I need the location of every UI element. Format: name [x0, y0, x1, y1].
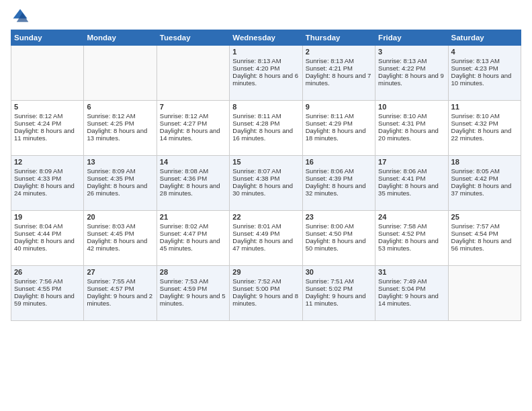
- cell-content-line: Daylight: 9 hours and 11 minutes.: [306, 292, 372, 307]
- cell-content-line: Sunset: 5:00 PM: [232, 285, 299, 292]
- calendar-cell: 23Sunrise: 8:00 AMSunset: 4:50 PMDayligh…: [302, 211, 375, 266]
- cell-content-line: Daylight: 8 hours and 30 minutes.: [232, 182, 299, 197]
- cell-content-line: Sunrise: 7:56 AM: [14, 277, 81, 285]
- cell-content-line: Sunrise: 8:12 AM: [160, 112, 226, 120]
- cell-content-line: Sunset: 4:27 PM: [160, 120, 226, 127]
- day-number: 21: [160, 213, 226, 221]
- cell-content-line: Sunset: 4:49 PM: [232, 230, 299, 237]
- cell-content-line: Sunrise: 8:10 AM: [378, 112, 445, 120]
- cell-content-line: Sunrise: 8:08 AM: [160, 167, 226, 175]
- cell-content-line: Sunrise: 8:13 AM: [232, 57, 299, 64]
- cell-content-line: Sunrise: 7:51 AM: [306, 277, 372, 285]
- calendar-cell: [11, 46, 84, 101]
- cell-content-line: Sunrise: 8:00 AM: [306, 222, 372, 230]
- calendar-cell: 31Sunrise: 7:49 AMSunset: 5:04 PMDayligh…: [375, 266, 448, 321]
- day-number: 4: [451, 48, 518, 56]
- cell-content-line: Sunset: 4:54 PM: [451, 230, 518, 237]
- cell-content-line: Daylight: 9 hours and 8 minutes.: [232, 292, 299, 307]
- calendar-cell: 25Sunrise: 7:57 AMSunset: 4:54 PMDayligh…: [448, 211, 521, 266]
- calendar-cell: 16Sunrise: 8:06 AMSunset: 4:39 PMDayligh…: [302, 156, 375, 211]
- day-header-wednesday: Wednesday: [230, 30, 302, 46]
- day-number: 30: [306, 268, 372, 276]
- day-number: 13: [87, 158, 153, 166]
- calendar-cell: 8Sunrise: 8:11 AMSunset: 4:28 PMDaylight…: [230, 101, 302, 156]
- cell-content-line: Daylight: 8 hours and 40 minutes.: [14, 237, 81, 252]
- calendar-cell: [84, 46, 157, 101]
- calendar-cell: 26Sunrise: 7:56 AMSunset: 4:55 PMDayligh…: [11, 266, 84, 321]
- cell-content-line: Sunset: 4:41 PM: [378, 175, 445, 182]
- day-header-monday: Monday: [84, 30, 157, 46]
- cell-content-line: Sunset: 4:32 PM: [451, 120, 518, 127]
- week-row-2: 5Sunrise: 8:12 AMSunset: 4:24 PMDaylight…: [11, 101, 521, 156]
- cell-content-line: Sunrise: 8:11 AM: [306, 112, 372, 120]
- cell-content-line: Daylight: 8 hours and 28 minutes.: [160, 182, 226, 197]
- cell-content-line: Sunset: 4:50 PM: [306, 230, 372, 237]
- cell-content-line: Sunset: 4:52 PM: [378, 230, 445, 237]
- cell-content-line: Sunrise: 8:05 AM: [451, 167, 518, 175]
- day-number: 14: [160, 158, 226, 166]
- cell-content-line: Daylight: 8 hours and 24 minutes.: [14, 182, 81, 197]
- day-number: 10: [378, 103, 445, 111]
- cell-content-line: Daylight: 8 hours and 13 minutes.: [87, 127, 153, 142]
- calendar-cell: 15Sunrise: 8:07 AMSunset: 4:38 PMDayligh…: [230, 156, 302, 211]
- day-number: 24: [378, 213, 445, 221]
- header-row: SundayMondayTuesdayWednesdayThursdayFrid…: [11, 30, 521, 46]
- calendar-cell: 24Sunrise: 7:58 AMSunset: 4:52 PMDayligh…: [375, 211, 448, 266]
- calendar-cell: 22Sunrise: 8:01 AMSunset: 4:49 PMDayligh…: [230, 211, 302, 266]
- cell-content-line: Sunset: 4:55 PM: [14, 285, 81, 292]
- cell-content-line: Daylight: 8 hours and 10 minutes.: [451, 72, 518, 87]
- cell-content-line: Sunrise: 8:13 AM: [378, 57, 445, 64]
- cell-content-line: Daylight: 8 hours and 45 minutes.: [160, 237, 226, 252]
- day-number: 6: [87, 103, 153, 111]
- cell-content-line: Sunrise: 8:11 AM: [232, 112, 299, 120]
- calendar-cell: 12Sunrise: 8:09 AMSunset: 4:33 PMDayligh…: [11, 156, 84, 211]
- cell-content-line: Sunset: 4:36 PM: [160, 175, 226, 182]
- calendar-cell: 1Sunrise: 8:13 AMSunset: 4:20 PMDaylight…: [230, 46, 302, 101]
- calendar-cell: 13Sunrise: 8:09 AMSunset: 4:35 PMDayligh…: [84, 156, 157, 211]
- day-number: 28: [160, 268, 226, 276]
- cell-content-line: Sunrise: 8:12 AM: [87, 112, 153, 120]
- day-header-thursday: Thursday: [302, 30, 375, 46]
- day-number: 22: [232, 213, 299, 221]
- day-header-saturday: Saturday: [448, 30, 521, 46]
- cell-content-line: Sunset: 4:45 PM: [87, 230, 153, 237]
- day-number: 8: [232, 103, 299, 111]
- calendar-cell: 17Sunrise: 8:06 AMSunset: 4:41 PMDayligh…: [375, 156, 448, 211]
- cell-content-line: Sunrise: 8:04 AM: [14, 222, 81, 230]
- cell-content-line: Sunrise: 7:58 AM: [378, 222, 445, 230]
- calendar-cell: [157, 46, 229, 101]
- day-number: 19: [14, 213, 81, 221]
- day-number: 3: [378, 48, 445, 56]
- cell-content-line: Sunset: 4:33 PM: [14, 175, 81, 182]
- cell-content-line: Sunrise: 7:55 AM: [87, 277, 153, 285]
- calendar-cell: 10Sunrise: 8:10 AMSunset: 4:31 PMDayligh…: [375, 101, 448, 156]
- cell-content-line: Sunrise: 8:03 AM: [87, 222, 153, 230]
- cell-content-line: Daylight: 8 hours and 35 minutes.: [378, 182, 445, 197]
- cell-content-line: Sunset: 4:44 PM: [14, 230, 81, 237]
- day-number: 27: [87, 268, 153, 276]
- day-number: 12: [14, 158, 81, 166]
- calendar-cell: 21Sunrise: 8:02 AMSunset: 4:47 PMDayligh…: [157, 211, 229, 266]
- day-number: 5: [14, 103, 81, 111]
- cell-content-line: Sunset: 5:02 PM: [306, 285, 372, 292]
- calendar-cell: 4Sunrise: 8:13 AMSunset: 4:23 PMDaylight…: [448, 46, 521, 101]
- cell-content-line: Sunrise: 8:07 AM: [232, 167, 299, 175]
- cell-content-line: Sunset: 4:35 PM: [87, 175, 153, 182]
- calendar-cell: 7Sunrise: 8:12 AMSunset: 4:27 PMDaylight…: [157, 101, 229, 156]
- cell-content-line: Sunrise: 8:13 AM: [306, 57, 372, 64]
- day-header-friday: Friday: [375, 30, 448, 46]
- cell-content-line: Daylight: 8 hours and 32 minutes.: [306, 182, 372, 197]
- cell-content-line: Sunrise: 7:49 AM: [378, 277, 445, 285]
- cell-content-line: Sunrise: 8:09 AM: [14, 167, 81, 175]
- cell-content-line: Sunset: 4:42 PM: [451, 175, 518, 182]
- cell-content-line: Daylight: 8 hours and 56 minutes.: [451, 237, 518, 252]
- cell-content-line: Daylight: 8 hours and 7 minutes.: [306, 72, 372, 87]
- calendar-cell: [448, 266, 521, 321]
- cell-content-line: Sunset: 4:22 PM: [378, 64, 445, 72]
- calendar-cell: 6Sunrise: 8:12 AMSunset: 4:25 PMDaylight…: [84, 101, 157, 156]
- day-number: 9: [306, 103, 372, 111]
- page-container: SundayMondayTuesdayWednesdayThursdayFrid…: [0, 0, 532, 326]
- logo-icon: [11, 7, 30, 26]
- cell-content-line: Daylight: 8 hours and 18 minutes.: [306, 127, 372, 142]
- calendar-cell: 5Sunrise: 8:12 AMSunset: 4:24 PMDaylight…: [11, 101, 84, 156]
